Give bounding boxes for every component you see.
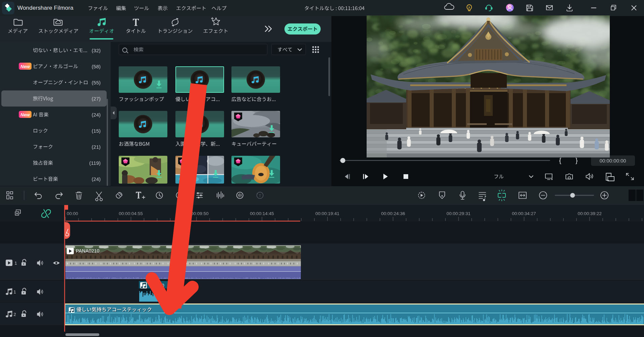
svg-text:00:00:34:27: 00:00:34:27 <box>512 211 536 216</box>
svg-text:2: 2 <box>13 312 16 317</box>
svg-text:(24): (24) <box>92 176 101 182</box>
svg-text:{: { <box>559 157 561 164</box>
svg-text:(27): (27) <box>92 96 101 102</box>
svg-text:(55): (55) <box>92 80 101 85</box>
svg-text:New: New <box>20 112 30 117</box>
svg-text:New: New <box>20 64 30 69</box>
svg-text:00:00: 00:00 <box>67 211 78 216</box>
svg-text:00:00:04:55: 00:00:04:55 <box>119 211 143 216</box>
svg-text:(15): (15) <box>92 128 101 134</box>
svg-text:(24): (24) <box>92 112 101 118</box>
svg-text:1: 1 <box>14 261 17 266</box>
svg-text:00:00:24:36: 00:00:24:36 <box>381 211 405 216</box>
svg-text:(32): (32) <box>92 48 101 53</box>
svg-text:(21): (21) <box>92 144 101 150</box>
svg-text:00:00:29:31: 00:00:29:31 <box>446 211 470 216</box>
svg-text:(58): (58) <box>92 64 101 69</box>
svg-text:T: T <box>259 194 261 198</box>
svg-text:00:00:00:00: 00:00:00:00 <box>599 158 626 163</box>
svg-text:00:00:14:45: 00:00:14:45 <box>250 211 274 216</box>
svg-text:}: } <box>576 157 578 164</box>
svg-text:00:00:19:41: 00:00:19:41 <box>315 211 339 216</box>
svg-text:(119): (119) <box>89 160 101 166</box>
svg-text:PANA0210: PANA0210 <box>76 248 100 254</box>
svg-text:1: 1 <box>13 289 16 294</box>
svg-text:00:00:39:22: 00:00:39:22 <box>578 211 601 216</box>
